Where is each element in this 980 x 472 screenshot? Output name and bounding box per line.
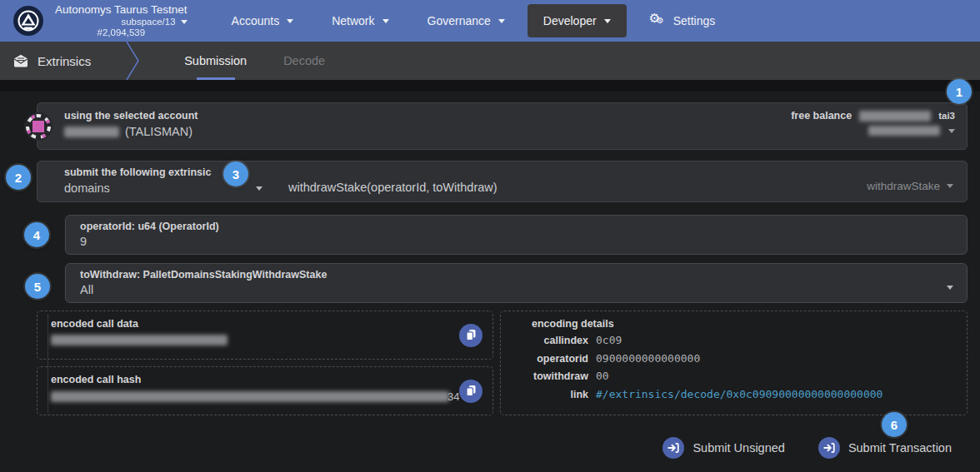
chevron-down-icon — [382, 19, 389, 23]
annotation-badge-3: 3 — [223, 161, 248, 186]
submit-unsigned-button[interactable]: Submit Unsigned — [662, 437, 784, 459]
top-nav: Accounts Network Governance Developer ⚙⚙… — [216, 2, 732, 39]
account-label: using the selected account — [64, 110, 198, 122]
copy-call-data-button[interactable] — [459, 324, 482, 347]
annotation-badge-5: 5 — [25, 274, 50, 299]
sign-in-icon — [662, 437, 684, 459]
section-heading: Extrinsics — [0, 42, 104, 80]
params-section: operatorId: u64 (OperatorId) 9 toWithdra… — [65, 215, 968, 303]
chevron-down-icon — [498, 19, 505, 23]
divider-strip — [0, 80, 980, 92]
chevron-down-icon — [947, 184, 953, 188]
encoded-call-hash: encoded call hash 34 — [37, 366, 493, 415]
gear-icon: ⚙⚙ — [649, 13, 666, 28]
chevron-down-icon — [181, 20, 188, 24]
extrinsic-selector: submit the following extrinsic domains w… — [37, 161, 968, 202]
param-label: operatorId: u64 (OperatorId) — [80, 221, 955, 232]
account-identicon — [23, 112, 53, 142]
detail-row-link: link #/extrinsics/decode/0x0c09090000000… — [532, 388, 957, 406]
detail-row-towithdraw: towithdraw 00 — [532, 370, 957, 388]
redacted-call-data — [51, 335, 228, 345]
autonomys-logo-icon[interactable] — [13, 6, 43, 36]
account-suffix: (TALISMAN) — [125, 125, 192, 138]
nav-item-settings[interactable]: ⚙⚙ Settings — [633, 2, 732, 39]
encoded-call-data-label: encoded call data — [51, 318, 479, 330]
subnav-bar: Extrinsics Submission Decode — [0, 42, 980, 80]
account-selector[interactable]: using the selected account (TALISMAN) fr… — [37, 102, 968, 150]
tab-decode[interactable]: Decode — [265, 42, 343, 80]
nav-item-accounts[interactable]: Accounts — [216, 3, 310, 38]
chevron-down-icon[interactable] — [947, 286, 953, 290]
selected-account: using the selected account (TALISMAN) — [64, 110, 198, 142]
copy-call-hash-button[interactable] — [459, 380, 482, 403]
top-header-bar: Autonomys Taurus Testnet subspace/13 #2,… — [0, 0, 980, 42]
encoded-call-hash-label: encoded call hash — [51, 374, 479, 385]
chain-info[interactable]: Autonomys Taurus Testnet subspace/13 #2,… — [55, 3, 188, 38]
balance-block: free balance tai3 — [791, 110, 955, 142]
sign-in-icon — [818, 437, 840, 459]
chevron-down-icon — [287, 19, 293, 23]
param-towithdraw[interactable]: toWithdraw: PalletDomainsStakingWithdraw… — [65, 263, 968, 303]
main-content: using the selected account (TALISMAN) fr… — [0, 102, 980, 459]
pallet-select[interactable]: domains — [64, 181, 955, 195]
redacted-balance — [859, 111, 931, 122]
copy-icon — [466, 385, 477, 397]
call-signature: withdrawStake(operatorId, toWithdraw) — [288, 181, 498, 194]
param-label: toWithdraw: PalletDomainsStakingWithdraw… — [80, 269, 955, 281]
redacted-balance-secondary — [868, 126, 940, 136]
chevron-down-icon[interactable] — [256, 186, 262, 191]
copy-icon — [466, 329, 477, 341]
chevron-down-icon — [604, 19, 611, 23]
method-select[interactable]: withdrawStake — [867, 180, 953, 192]
free-balance-label: free balance — [791, 110, 852, 122]
nav-item-governance[interactable]: Governance — [412, 3, 521, 38]
chain-name: Autonomys Taurus Testnet — [55, 3, 188, 17]
tab-submission[interactable]: Submission — [166, 42, 265, 80]
nav-item-developer[interactable]: Developer — [528, 4, 627, 37]
decode-link[interactable]: #/extrinsics/decode/0x0c0909000000000000… — [596, 388, 882, 400]
encoded-call-data: encoded call data — [37, 311, 493, 360]
output-section: encoded call data encoded call hash — [37, 311, 968, 415]
encoding-details: encoding details callindex 0c09 operator… — [500, 311, 968, 415]
actions-row: Submit Unsigned Submit Transaction — [37, 437, 968, 459]
annotation-badge-1: 1 — [947, 79, 972, 104]
detail-row-callindex: callindex 0c09 — [532, 334, 957, 352]
block-number: #2,094,539 — [55, 27, 188, 38]
extrinsic-label: submit the following extrinsic — [64, 166, 955, 178]
submit-transaction-button[interactable]: Submit Transaction — [818, 437, 952, 459]
detail-row-operatorid: operatorid 0900000000000000 — [532, 352, 957, 370]
param-value: All — [80, 283, 955, 296]
balance-unit: tai3 — [938, 111, 955, 121]
encoding-details-title: encoding details — [532, 318, 957, 330]
section-title: Extrinsics — [38, 54, 91, 68]
param-value: 9 — [80, 235, 955, 248]
hash-visible-suffix: 34 — [448, 390, 459, 403]
runtime-version: subspace/13 — [121, 17, 175, 27]
extrinsics-page: Autonomys Taurus Testnet subspace/13 #2,… — [0, 0, 980, 472]
chevron-down-icon[interactable] — [948, 129, 955, 133]
nav-item-network[interactable]: Network — [316, 3, 404, 38]
annotation-badge-4: 4 — [24, 222, 49, 247]
annotation-badge-2: 2 — [6, 165, 31, 190]
extrinsics-envelope-icon — [13, 54, 28, 67]
param-operatorid[interactable]: operatorId: u64 (OperatorId) 9 — [65, 215, 968, 255]
redacted-account-name — [64, 127, 119, 137]
redacted-call-hash — [51, 391, 449, 402]
tab-bar: Submission Decode — [166, 42, 343, 80]
annotation-badge-6: 6 — [882, 412, 907, 437]
breadcrumb-chevron — [124, 42, 142, 80]
